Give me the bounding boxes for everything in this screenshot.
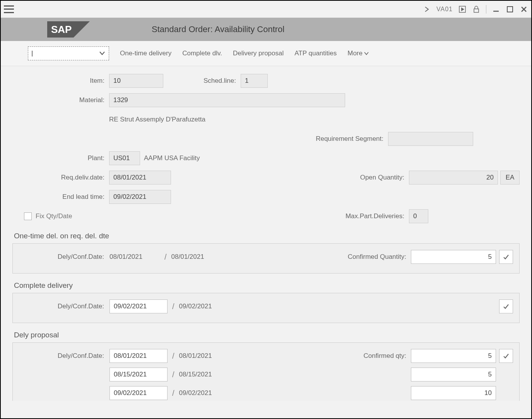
proposal-date2-1: 08/15/2021 bbox=[179, 371, 229, 378]
svg-marker-1 bbox=[461, 7, 464, 11]
toolbar: | One-time delivery Complete dlv. Delive… bbox=[1, 41, 531, 66]
lock-icon[interactable] bbox=[472, 5, 481, 14]
maximize-icon[interactable] bbox=[506, 5, 514, 14]
titlebar: VA01 bbox=[1, 1, 531, 18]
max-part-deliv-field[interactable]: 0 bbox=[409, 209, 428, 223]
open-qty-unit: EA bbox=[500, 171, 520, 185]
onetime-confirmed-qty-field[interactable]: 5 bbox=[411, 250, 496, 264]
section-proposal-panel: Dely/Conf.Date: 08/01/2021 / 08/01/2021 … bbox=[12, 342, 520, 401]
execute-icon[interactable] bbox=[458, 5, 467, 14]
open-qty-label: Open Quantity: bbox=[339, 174, 409, 181]
menu-icon[interactable] bbox=[4, 5, 14, 13]
more-button[interactable]: More bbox=[347, 50, 369, 57]
proposal-date1-field-0[interactable]: 08/01/2021 bbox=[109, 349, 168, 363]
proposal-date1-field-2[interactable]: 09/02/2021 bbox=[109, 386, 168, 400]
section-onetime-title: One-time del. on req. del. dte bbox=[14, 232, 520, 240]
close-icon[interactable] bbox=[520, 5, 528, 14]
command-input[interactable]: | bbox=[28, 50, 99, 57]
transaction-code: VA01 bbox=[436, 6, 453, 13]
req-deliv-date-field[interactable]: 08/01/2021 bbox=[109, 171, 171, 185]
fix-qty-date-checkbox[interactable] bbox=[24, 212, 32, 220]
material-description: RE Strut Assemply D'Parafuzetta bbox=[109, 116, 205, 123]
complete-date2: 09/02/2021 bbox=[179, 303, 229, 310]
delivery-proposal-button[interactable]: Delivery proposal bbox=[233, 50, 284, 57]
plant-label: Plant: bbox=[12, 154, 109, 162]
check-icon bbox=[503, 304, 509, 309]
chevron-right-icon[interactable] bbox=[423, 5, 431, 14]
max-part-deliv-label: Max.Part.Deliveries: bbox=[324, 212, 409, 220]
end-lead-time-label: End lead time: bbox=[12, 193, 109, 201]
item-field[interactable]: 10 bbox=[109, 74, 163, 88]
plant-field[interactable]: US01 bbox=[109, 151, 140, 165]
item-label: Item: bbox=[12, 77, 109, 85]
material-field[interactable]: 1329 bbox=[109, 93, 345, 107]
more-label: More bbox=[347, 50, 363, 57]
app-window: VA01 SAP Standard bbox=[0, 0, 532, 419]
proposal-qty-field-1[interactable]: 5 bbox=[411, 368, 496, 381]
section-complete-panel: Dely/Conf.Date: 09/02/2021 / 09/02/2021 bbox=[12, 293, 520, 323]
req-segment-label: Requirement Segment: bbox=[295, 135, 388, 143]
proposal-delyconf-label: Dely/Conf.Date: bbox=[40, 352, 109, 360]
end-lead-time-field[interactable]: 09/02/2021 bbox=[109, 190, 171, 204]
onetime-confirmed-qty-label: Confirmed Quantity: bbox=[330, 253, 411, 261]
proposal-qty-field-2[interactable]: 10 bbox=[411, 386, 496, 400]
section-onetime-panel: Dely/Conf.Date: 08/01/2021 / 08/01/2021 … bbox=[12, 243, 520, 274]
req-deliv-date-label: Req.deliv.date: bbox=[12, 174, 109, 181]
svg-rect-4 bbox=[507, 7, 513, 12]
check-icon bbox=[503, 353, 509, 359]
plant-description: AAPM USA Facility bbox=[140, 154, 200, 162]
complete-accept-button[interactable] bbox=[499, 299, 513, 313]
sap-logo: SAP bbox=[47, 21, 90, 38]
check-icon bbox=[503, 254, 509, 260]
proposal-confirmed-qty-label: Confirmed qty: bbox=[341, 352, 411, 360]
proposal-accept-button[interactable] bbox=[499, 349, 513, 363]
onetime-delyconf-label: Dely/Conf.Date: bbox=[40, 253, 109, 261]
complete-date1-field[interactable]: 09/02/2021 bbox=[109, 299, 168, 313]
onetime-accept-button[interactable] bbox=[499, 250, 513, 264]
proposal-date2-2: 09/02/2021 bbox=[179, 389, 229, 397]
page-title: Standard Order: Availability Control bbox=[90, 24, 531, 34]
header-band: SAP Standard Order: Availability Control bbox=[1, 18, 531, 41]
fix-qty-date-label: Fix Qty/Date bbox=[36, 212, 72, 220]
chevron-down-icon bbox=[99, 50, 105, 56]
req-segment-field[interactable] bbox=[388, 132, 473, 146]
svg-rect-2 bbox=[474, 9, 479, 12]
content: Item: 10 Sched.line: 1 Material: 1329 RE… bbox=[1, 66, 531, 418]
svg-text:SAP: SAP bbox=[51, 24, 72, 35]
atp-quantities-button[interactable]: ATP quantities bbox=[294, 50, 337, 57]
proposal-qty-field-0[interactable]: 5 bbox=[411, 349, 496, 363]
one-time-delivery-button[interactable]: One-time delivery bbox=[120, 50, 171, 57]
sched-line-field[interactable]: 1 bbox=[241, 74, 268, 88]
onetime-date2: 08/01/2021 bbox=[171, 253, 222, 261]
sched-line-label: Sched.line: bbox=[163, 77, 241, 85]
onetime-date1: 08/01/2021 bbox=[109, 253, 160, 261]
material-label: Material: bbox=[12, 96, 109, 104]
complete-delyconf-label: Dely/Conf.Date: bbox=[40, 303, 109, 310]
section-proposal-title: Dely proposal bbox=[14, 331, 520, 339]
minimize-icon[interactable] bbox=[492, 5, 500, 14]
complete-dlv-button[interactable]: Complete dlv. bbox=[182, 50, 222, 57]
chevron-down-icon bbox=[364, 52, 369, 55]
open-qty-field[interactable]: 20 bbox=[409, 171, 498, 185]
command-combo[interactable]: | bbox=[28, 46, 109, 60]
section-complete-title: Complete delivery bbox=[14, 281, 520, 290]
proposal-date2-0: 08/01/2021 bbox=[179, 352, 229, 360]
proposal-date1-field-1[interactable]: 08/15/2021 bbox=[109, 368, 168, 381]
